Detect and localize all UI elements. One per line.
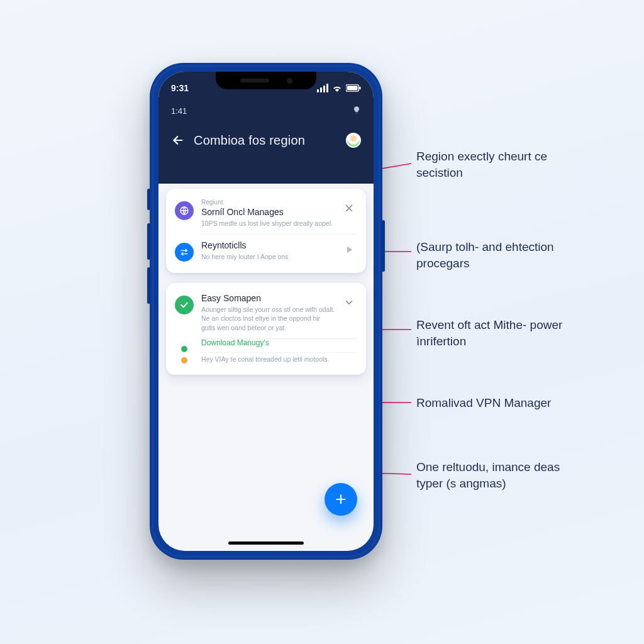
close-icon[interactable] (343, 203, 357, 214)
list-item-tail-row: Hey VIAy te conal toreaded up letil moto… (166, 352, 366, 370)
side-button (147, 267, 150, 304)
download-link[interactable]: Download Manugy's (201, 338, 357, 347)
list-item-subtitle: Aounger siltig sile yourr oss stl one wi… (201, 305, 336, 332)
list-item-title: Sorníl Oncl Manages (201, 207, 336, 217)
list-item[interactable]: Reyntoticlls No here miy louter I Aope o… (166, 234, 366, 268)
status-time: 9:31 (171, 83, 189, 93)
content-area: Regiunt Sorníl Oncl Manages 10PS medle u… (166, 189, 366, 385)
sub-time: 1:41 (171, 106, 187, 116)
annotation-text: (Saurp tolh- and ehtection procegars (416, 239, 580, 271)
annotation-text: Region exectly cheurt ce secistion (416, 148, 580, 180)
page-title: Combioa fos region (194, 133, 337, 148)
phone-screen: 9:31 1:41 (158, 72, 374, 551)
status-dot-icon (181, 357, 187, 364)
card: Regiunt Sorníl Oncl Manages 10PS medle u… (166, 189, 366, 273)
svg-rect-6 (347, 86, 358, 90)
list-item-title: Easy Somapen (201, 293, 336, 303)
annotation-text: Revent oft act Mithe- power ìnrifertion (416, 317, 580, 349)
avatar[interactable] (346, 133, 361, 148)
list-item-title: Reyntoticlls (201, 240, 336, 250)
list-item-eyebrow: Regiunt (201, 199, 336, 206)
bulb-icon[interactable] (352, 106, 361, 116)
phone-notch (216, 72, 316, 89)
list-item-link-row: Download Manugy's (166, 338, 366, 352)
signal-icon (317, 84, 328, 92)
list-item[interactable]: Easy Somapen Aounger siltig sile yourr o… (166, 287, 366, 338)
home-indicator[interactable] (228, 541, 304, 545)
globe-icon (175, 201, 194, 220)
fab-add-button[interactable]: + (325, 483, 357, 516)
wifi-icon (332, 84, 342, 92)
battery-icon (346, 84, 361, 92)
side-button (147, 189, 150, 210)
annotation-text: One reltuodu, imance deas typer (s angma… (416, 459, 580, 491)
back-button[interactable] (171, 133, 185, 147)
check-icon (175, 296, 194, 314)
arrows-icon (175, 243, 194, 262)
svg-rect-7 (359, 87, 360, 90)
annotation-text: Romalivad VPN Manager (416, 395, 551, 411)
sub-status-row: 1:41 (171, 106, 361, 116)
side-button (382, 220, 385, 272)
chevron-down-icon[interactable] (343, 297, 357, 308)
list-item-subtitle: 10PS medle us lost live shyper dreaily a… (201, 219, 336, 228)
list-item[interactable]: Regiunt Sorníl Oncl Manages 10PS medle u… (166, 192, 366, 234)
side-button (147, 223, 150, 260)
card: Easy Somapen Aounger siltig sile yourr o… (166, 283, 366, 375)
list-item-subtitle: No here miy louter I Aope ons (201, 252, 336, 261)
list-item-tail: Hey VIAy te conal toreaded up letil moto… (201, 355, 357, 364)
status-dot-icon (181, 346, 187, 352)
phone-frame: 9:31 1:41 (150, 63, 382, 560)
play-icon[interactable] (343, 244, 357, 255)
